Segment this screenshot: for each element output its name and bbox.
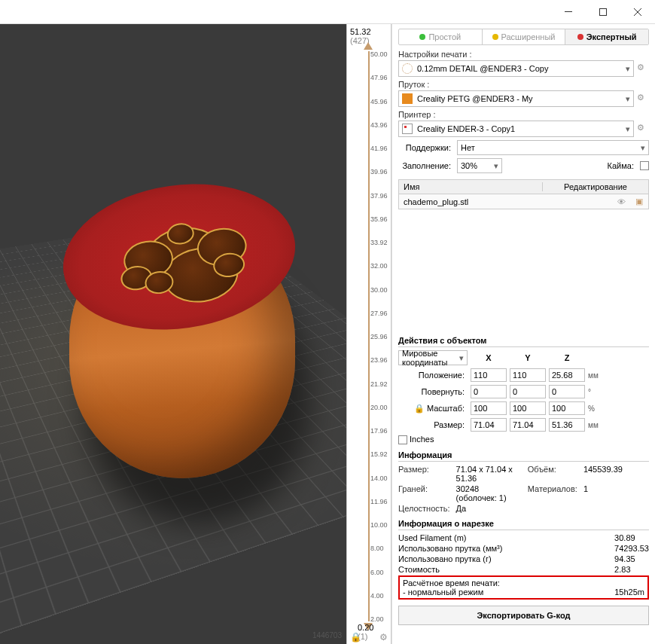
scale-z-input[interactable] — [549, 401, 585, 415]
coord-mode-select[interactable]: Мировые координаты▾ — [398, 350, 468, 365]
ruler-tick: 37.96 — [370, 192, 388, 200]
layer-icon — [402, 63, 413, 74]
window-minimize-button[interactable] — [551, 0, 586, 24]
ruler-tick: 50.00 — [370, 50, 388, 58]
inches-label: Inches — [410, 435, 434, 444]
axis-z: Z — [549, 353, 585, 362]
print-settings-combo[interactable]: 0.12mm DETAIL @ENDER3 - Copy▾ — [398, 60, 634, 77]
print-settings-label: Настройки печати : — [398, 50, 649, 59]
right-panel: Простой Расширенный Экспертный Настройки… — [391, 24, 655, 644]
infill-label: Заполнение: — [398, 161, 451, 170]
brim-checkbox[interactable] — [640, 161, 649, 170]
filament-gear-icon[interactable]: ⚙ — [637, 93, 649, 105]
visibility-icon[interactable]: 👁 — [612, 197, 630, 206]
scale-y-input[interactable] — [510, 401, 546, 415]
brim-label: Кайма: — [608, 161, 634, 170]
position-z-input[interactable] — [549, 368, 585, 382]
size-y-input[interactable] — [510, 418, 546, 432]
svg-rect-1 — [600, 8, 607, 15]
filament-label: Пруток : — [398, 80, 649, 89]
ruler-tick: 21.92 — [370, 380, 388, 388]
ruler-lock-icon[interactable]: 🔒 — [350, 632, 361, 642]
supports-select[interactable]: Нет▾ — [457, 140, 649, 155]
ruler-tick: 41.96 — [370, 145, 388, 152]
position-x-input[interactable] — [471, 368, 507, 382]
window-close-button[interactable] — [620, 0, 655, 24]
ruler-tick: 43.96 — [370, 121, 388, 129]
svg-rect-0 — [565, 11, 572, 12]
object-header-editing: Редактирование — [543, 182, 648, 191]
ruler-track[interactable] — [368, 51, 370, 621]
instances-icon[interactable]: ▣ — [630, 197, 648, 206]
ruler-tick: 15.92 — [370, 450, 388, 458]
ruler-tick: 32.00 — [370, 262, 388, 270]
position-y-input[interactable] — [510, 368, 546, 382]
3d-viewport[interactable]: 1446703 — [0, 24, 346, 644]
size-x-input[interactable] — [471, 418, 507, 432]
scale-lock-icon[interactable]: 🔒 — [414, 404, 425, 413]
ruler-settings-icon[interactable]: ⚙ — [379, 632, 388, 642]
printer-label: Принтер : — [398, 110, 649, 119]
infill-select[interactable]: 30%▾ — [457, 158, 502, 173]
ruler-tick: 45.96 — [370, 98, 388, 105]
ruler-bottom-value: 0.20 — [358, 623, 373, 632]
info-title: Информация — [398, 450, 649, 462]
ruler-tick: 10.00 — [370, 521, 388, 529]
position-label: Положение: — [398, 371, 468, 380]
ruler-tick: 8.00 — [370, 545, 384, 552]
ruler-tick: 47.96 — [370, 74, 388, 81]
printer-icon — [402, 124, 413, 134]
object-name: chademo_plug.stl — [399, 197, 612, 206]
ruler-tick: 2.00 — [370, 615, 384, 623]
actions-title: Действия с объектом — [398, 336, 649, 347]
object-table-header: Имя Редактирование — [398, 179, 649, 194]
slice-title: Информация о нарезке — [398, 519, 649, 530]
printer-combo[interactable]: Creality ENDER-3 - Copy1▾ — [398, 121, 634, 137]
ruler-handle-top[interactable] — [364, 42, 373, 50]
rotate-label: Повернуть: — [398, 387, 468, 396]
scale-x-input[interactable] — [471, 401, 507, 415]
scale-label: 🔒 Масштаб: — [398, 404, 468, 414]
mode-tabs: Простой Расширенный Экспертный — [398, 29, 649, 45]
printer-gear-icon[interactable]: ⚙ — [637, 123, 649, 135]
ruler-tick: 23.96 — [370, 356, 388, 364]
viewport-column: 1446703 51.32 (427) 0.20 (1) 50.0047.964… — [0, 24, 391, 644]
object-header-name: Имя — [399, 182, 543, 191]
ruler-tick: 17.96 — [370, 427, 388, 435]
size-label: Размер: — [398, 420, 468, 429]
ruler-tick: 25.96 — [370, 333, 388, 340]
filament-combo[interactable]: Creality PETG @ENDER3 - My▾ — [398, 90, 634, 107]
ruler-tick: 35.96 — [370, 215, 388, 223]
ruler-tick: 33.92 — [370, 239, 388, 246]
window-titlebar — [0, 0, 655, 24]
object-row[interactable]: chademo_plug.stl 👁 ▣ — [398, 194, 649, 209]
print-time-highlight: Расчётное время печати: - нормальный реж… — [398, 575, 649, 600]
mode-expert-tab[interactable]: Экспертный — [565, 29, 648, 44]
ruler-tick: 27.96 — [370, 310, 388, 317]
supports-label: Поддержки: — [398, 143, 451, 152]
rotate-x-input[interactable] — [471, 385, 507, 398]
mode-simple-tab[interactable]: Простой — [399, 29, 482, 44]
rotate-z-input[interactable] — [549, 385, 585, 398]
mode-advanced-tab[interactable]: Расширенный — [482, 29, 565, 44]
ruler-top-value: 51.32 — [350, 27, 371, 36]
layer-ruler[interactable]: 51.32 (427) 0.20 (1) 50.0047.9645.9643.9… — [346, 24, 391, 644]
print-settings-gear-icon[interactable]: ⚙ — [637, 63, 649, 75]
axis-y: Y — [510, 353, 546, 362]
ruler-tick: 4.00 — [370, 592, 384, 600]
window-maximize-button[interactable] — [586, 0, 620, 24]
ruler-tick: 20.00 — [370, 404, 388, 411]
size-z-input[interactable] — [549, 418, 585, 432]
ruler-tick: 14.00 — [370, 475, 388, 482]
inches-checkbox[interactable] — [398, 435, 407, 444]
rotate-y-input[interactable] — [510, 385, 546, 398]
ruler-tick: 39.96 — [370, 168, 388, 175]
ruler-tick: 30.00 — [370, 286, 388, 294]
axis-x: X — [471, 353, 507, 362]
ruler-tick: 6.00 — [370, 569, 384, 576]
filament-color-icon — [402, 93, 413, 104]
ruler-tick: 11.96 — [370, 498, 388, 505]
export-gcode-button[interactable]: Экспортировать G-код — [398, 606, 649, 625]
triangle-count: 1446703 — [312, 631, 342, 639]
